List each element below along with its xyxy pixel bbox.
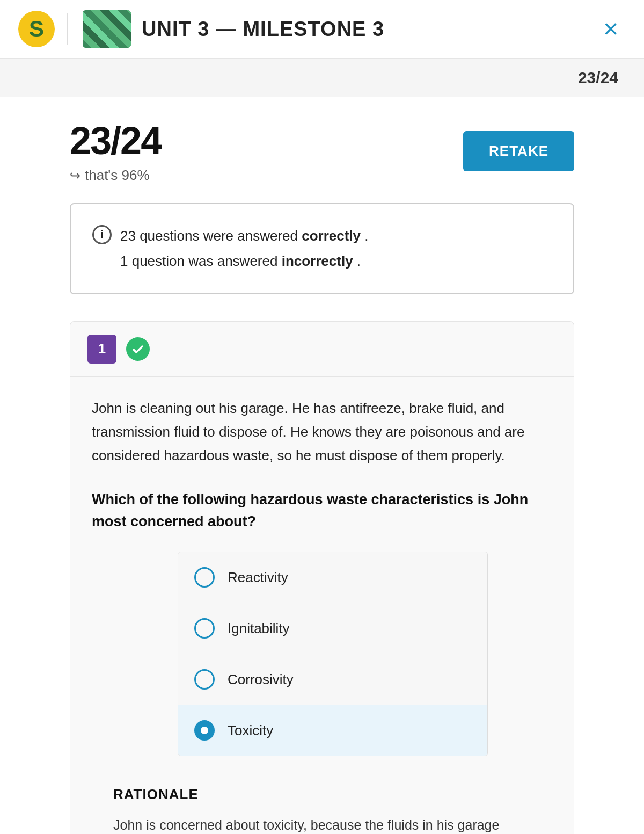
- milestone-title: UNIT 3 — MILESTONE 3: [142, 18, 384, 41]
- question-block-1: 1 John is cleaning out his garage. He ha…: [70, 321, 574, 834]
- option-label-ignitability: Ignitability: [228, 620, 290, 637]
- radio-toxicity[interactable]: [194, 720, 215, 741]
- score-note: ↩ that's 96%: [70, 167, 161, 184]
- option-label-toxicity: Toxicity: [228, 722, 273, 739]
- correct-emphasis: correctly: [302, 228, 361, 244]
- question-prompt: Which of the following hazardous waste c…: [92, 489, 552, 532]
- question-correct-icon: [126, 337, 150, 361]
- option-toxicity[interactable]: Toxicity: [178, 705, 487, 756]
- rationale-section: RATIONALE John is concerned about toxici…: [92, 775, 552, 834]
- question-number-badge: 1: [87, 335, 116, 364]
- summary-text: 23 questions were answered correctly . 1…: [120, 223, 369, 274]
- option-ignitability[interactable]: Ignitability: [178, 603, 487, 654]
- options-container: Reactivity Ignitability Corrosivity: [178, 552, 488, 756]
- incorrect-count: 1: [120, 253, 128, 269]
- option-label-corrosivity: Corrosivity: [228, 671, 294, 688]
- info-icon: i: [92, 225, 112, 244]
- rationale-text: John is concerned about toxicity, becaus…: [113, 814, 531, 834]
- svg-text:S: S: [29, 16, 44, 41]
- progress-display: 23/24: [578, 69, 618, 86]
- option-label-reactivity: Reactivity: [228, 569, 288, 586]
- question-header: 1: [70, 322, 574, 377]
- option-reactivity[interactable]: Reactivity: [178, 552, 487, 603]
- incorrect-emphasis: incorrectly: [282, 253, 353, 269]
- header-divider: [67, 13, 68, 45]
- score-fraction: 23/24 ↩ that's 96%: [70, 119, 161, 184]
- question-scenario: John is cleaning out his garage. He has …: [92, 396, 552, 468]
- retake-button[interactable]: RETAKE: [463, 131, 574, 171]
- correct-count: 23: [120, 228, 136, 244]
- rationale-title: RATIONALE: [113, 786, 531, 803]
- app-header: S UNIT 3 — MILESTONE 3 ×: [0, 0, 644, 59]
- option-corrosivity[interactable]: Corrosivity: [178, 654, 487, 705]
- unit-thumbnail: [83, 10, 131, 48]
- close-button[interactable]: ×: [603, 16, 618, 42]
- radio-ignitability[interactable]: [194, 618, 215, 639]
- undo-arrow-icon: ↩: [70, 168, 80, 183]
- radio-reactivity[interactable]: [194, 567, 215, 588]
- score-row: 23/24 ↩ that's 96% RETAKE: [70, 119, 574, 184]
- progress-indicator: 23/24: [0, 59, 644, 97]
- radio-corrosivity[interactable]: [194, 669, 215, 690]
- question-body: John is cleaning out his garage. He has …: [70, 377, 574, 834]
- main-content: 23/24 ↩ that's 96% RETAKE i 23 questions…: [27, 97, 617, 834]
- correct-text: questions were answered: [140, 228, 302, 244]
- app-logo: S: [17, 10, 56, 48]
- summary-box: i 23 questions were answered correctly .…: [70, 203, 574, 294]
- options-wrapper: Reactivity Ignitability Corrosivity: [145, 552, 520, 756]
